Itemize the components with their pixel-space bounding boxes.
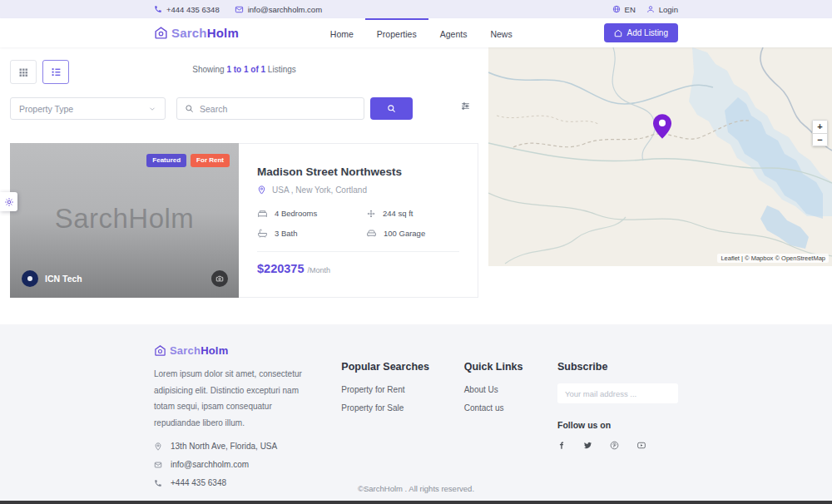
listing-location-text: USA , New York, Cortland [272,185,367,195]
feature-area: 244 sq ft [366,208,459,219]
photos-button[interactable] [211,270,228,287]
nav-item-properties[interactable]: Properties [365,18,428,47]
filter-sliders-icon[interactable] [460,101,471,111]
social-links [557,441,678,450]
link-property-for-rent[interactable]: Property for Rent [341,385,441,394]
nav-item-agents[interactable]: Agents [428,18,479,47]
link-about-us[interactable]: About Us [464,385,535,394]
topbar-email-text: info@sarchholm.com [248,5,322,14]
camera-icon [215,274,224,283]
zoom-out-button[interactable]: − [812,133,828,146]
footer-contact-list: 13th North Ave, Florida, USA info@sarchh… [154,442,319,487]
chevron-down-icon [148,105,156,113]
settings-button[interactable] [0,192,17,211]
topbar: +444 435 6348 info@sarchholm.com EN L [0,0,832,18]
price-divider [257,251,459,252]
follow-us-label: Follow us on [557,420,678,430]
nav-menu: Home Properties Agents News [319,18,524,47]
map-attribution[interactable]: Leaflet | © Mapbox © OpenStreetMap [717,254,829,263]
language-label: EN [625,5,636,14]
listing-image[interactable]: SarchHolm Featured For Rent ICN Tech [10,143,239,298]
footer-pin-icon [154,442,162,451]
property-type-select[interactable]: Property Type [10,97,166,120]
link-contact-us[interactable]: Contact us [464,403,535,413]
gear-icon [4,197,14,207]
footer-brand-logo[interactable]: SarchHolm [154,344,319,357]
map-marker-icon[interactable] [653,114,671,139]
navbar: SarchHolm Home Properties Agents News Ad… [0,18,832,47]
footer-mail-icon [154,461,162,469]
listing-title[interactable]: Madison Street Northwests [257,166,459,178]
view-toggles [10,60,69,84]
language-switcher[interactable]: EN [612,5,636,14]
topbar-email[interactable]: info@sarchholm.com [235,5,322,14]
search-input[interactable] [200,104,356,114]
mail-icon [235,5,244,14]
listing-price: $220375 [257,262,304,275]
map[interactable]: + − Leaflet | © Mapbox © OpenStreetMap [488,47,832,266]
feature-grid: 4 Bedrooms 244 sq ft 3 Bath [257,208,459,239]
garage-icon [366,228,377,239]
listing-details: Madison Street Northwests USA , New York… [239,143,478,298]
badges: Featured For Rent [146,154,230,167]
bottom-strip [0,501,832,504]
grid-icon [18,67,28,77]
results-count: Showing 1 to 1 of 1 Listings [192,65,296,74]
results-count-bold: 1 to 1 of 1 [226,65,265,74]
feature-bath: 3 Bath [257,228,366,239]
agent-avatar [22,270,38,287]
footer-brand-name: SarchHolm [170,344,228,357]
filter-row: Property Type [10,97,478,120]
for-rent-badge: For Rent [191,154,230,167]
listing-card: SarchHolm Featured For Rent ICN Tech [10,143,478,298]
add-listing-label: Add Listing [627,28,668,37]
map-zoom-controls: + − [812,120,828,146]
youtube-icon[interactable] [636,441,646,450]
subscribe-email-input[interactable] [557,383,678,403]
pinterest-icon[interactable] [610,441,619,450]
bath-icon [257,228,268,239]
nav-item-home[interactable]: Home [319,18,365,47]
agent-name: ICN Tech [45,274,82,284]
popular-searches-heading: Popular Searches [341,361,441,373]
bed-icon [257,208,268,219]
main-content: Showing 1 to 1 of 1 Listings Property Ty… [0,47,832,324]
area-icon [366,209,376,219]
property-type-value: Property Type [19,104,73,114]
house-icon [614,29,622,37]
footer: SarchHolm Lorem ipsum dolor sit amet, co… [0,324,832,504]
brand-logo[interactable]: SarchHolm [154,26,239,40]
footer-about-text: Lorem ipsum dolor sit amet, consectetur … [154,366,319,431]
quick-links-heading: Quick Links [464,361,535,373]
agent-chip[interactable]: ICN Tech [22,270,82,287]
footer-home-logo-icon [154,344,166,357]
user-icon [646,5,655,13]
twitter-icon[interactable] [583,441,592,450]
location-pin-icon [257,185,266,195]
search-button-icon [387,104,396,113]
grid-view-button[interactable] [10,60,37,84]
feature-garage: 100 Garage [366,228,459,239]
topbar-phone[interactable]: +444 435 6348 [154,5,220,14]
search-button[interactable] [370,97,413,120]
add-listing-button[interactable]: Add Listing [604,23,678,42]
login-link[interactable]: Login [646,5,678,14]
link-property-for-sale[interactable]: Property for Sale [341,403,441,413]
footer-address: 13th North Ave, Florida, USA [154,442,319,451]
nav-item-news[interactable]: News [478,18,523,47]
home-logo-icon [154,26,168,40]
list-view-button[interactable] [42,60,69,84]
facebook-icon[interactable] [557,441,566,450]
image-watermark: SarchHolm [10,203,239,235]
listing-location: USA , New York, Cortland [257,185,459,195]
login-label: Login [659,5,678,14]
zoom-in-button[interactable]: + [812,120,828,133]
footer-email[interactable]: info@sarchholm.com [154,460,319,469]
copyright-text: ©SarchHolm . All rights reserved. [0,484,832,493]
phone-icon [154,5,162,13]
price-period: /Month [307,266,330,274]
feature-bedrooms: 4 Bedrooms [257,208,366,219]
map-tiles [488,47,832,266]
featured-badge: Featured [146,154,186,167]
topbar-phone-text: +444 435 6348 [166,5,220,14]
